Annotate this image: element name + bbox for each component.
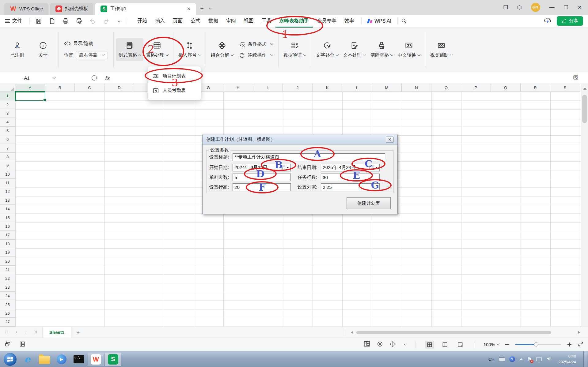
prev-sheet-icon[interactable] (14, 330, 18, 335)
row-header-14[interactable]: 14 (0, 205, 15, 213)
zoom-slider[interactable] (515, 344, 561, 345)
maximize-button[interactable]: ❐ (564, 4, 568, 11)
help-icon[interactable]: ? (509, 356, 515, 362)
redo-icon[interactable] (103, 18, 109, 24)
horizontal-scroll-thumb[interactable] (356, 331, 551, 334)
text-complete-button[interactable]: 文字补全 (313, 38, 341, 61)
menu-数据[interactable]: 数据 (204, 15, 222, 28)
more-commands-chevron-icon[interactable] (116, 18, 120, 24)
menu-审阅[interactable]: 审阅 (222, 15, 240, 28)
next-sheet-icon[interactable] (24, 330, 28, 335)
row-header-22[interactable]: 22 (0, 274, 15, 283)
scroll-up-icon[interactable] (583, 88, 587, 90)
row-header-10[interactable]: 10 (0, 170, 15, 179)
row-header-9[interactable]: 9 (0, 161, 15, 170)
column-header-A[interactable]: A (15, 84, 45, 92)
fx-icon[interactable]: fx (105, 75, 110, 81)
row-header-3[interactable]: 3 (0, 109, 15, 118)
avatar[interactable]: 杨峰 (531, 3, 540, 12)
network-icon[interactable] (536, 357, 542, 361)
minimize-button[interactable]: — (549, 4, 555, 10)
zoom-out-button[interactable] (505, 344, 509, 345)
search-formula-icon[interactable] (92, 75, 97, 81)
row-header-12[interactable]: 12 (0, 187, 15, 196)
chinese-convert-button[interactable]: 中文转换 (395, 38, 423, 61)
clock[interactable]: 0:40 2025/4/24 (558, 354, 576, 365)
menu-视图[interactable]: 视图 (240, 15, 258, 28)
column-header-K[interactable]: K (313, 84, 342, 92)
tab-list-chevron-icon[interactable] (207, 4, 211, 11)
page-break-view-button[interactable] (440, 341, 450, 349)
clear-space-button[interactable]: 清除空格 (368, 38, 395, 61)
row-header-20[interactable]: 20 (0, 257, 15, 265)
column-header-Q[interactable]: Q (491, 84, 521, 92)
row-header-15[interactable]: 15 (0, 213, 15, 222)
row-header-26[interactable]: 26 (0, 309, 15, 318)
data-validation-button[interactable]: 数据验证 (281, 38, 308, 61)
registered-button[interactable]: 已注册 (4, 38, 30, 61)
row-header-5[interactable]: 5 (0, 127, 15, 135)
row-header-13[interactable]: 13 (0, 196, 15, 205)
volume-icon[interactable] (546, 356, 552, 363)
last-sheet-icon[interactable] (33, 330, 37, 335)
close-window-button[interactable]: ✕ (578, 4, 582, 11)
first-sheet-icon[interactable] (5, 330, 9, 335)
column-header-H[interactable]: H (223, 84, 253, 92)
show-hide-button[interactable]: 显示/隐藏 (64, 40, 108, 47)
file-menu[interactable]: 文件 (5, 15, 26, 27)
visual-assist-button[interactable]: 视觉辅助 (428, 38, 455, 61)
normal-view-button[interactable] (425, 341, 434, 349)
column-header-P[interactable]: P (461, 84, 491, 92)
dialog-titlebar[interactable]: 创建工作计划（甘道图、横道图） ✕ (203, 134, 397, 145)
row-header-25[interactable]: 25 (0, 300, 15, 309)
wps-ai-button[interactable]: WPS AI (365, 15, 394, 27)
zoom-in-button[interactable] (567, 343, 571, 346)
column-header-S[interactable]: S (550, 84, 580, 92)
taskbar-cmd-button[interactable]: C:\_ (70, 353, 87, 366)
export-icon[interactable] (49, 18, 55, 24)
menu-开始[interactable]: 开始 (133, 15, 151, 28)
show-desktop-button[interactable] (583, 351, 587, 367)
vertical-scrollbar[interactable] (581, 84, 588, 327)
conditional-format-button[interactable]: 条件格式 (239, 41, 273, 48)
action-center-flag-icon[interactable]: ⚑✕ (527, 356, 532, 362)
tab-docer-templates[interactable]: ☘ 找稻壳模板 (50, 3, 93, 15)
cloud-upload-icon[interactable] (544, 17, 551, 25)
print-preview-icon[interactable] (76, 18, 82, 24)
column-header-N[interactable]: N (402, 84, 431, 92)
menu-公式[interactable]: 公式 (187, 15, 204, 28)
taskbar-media-player-button[interactable]: ▶ (53, 353, 70, 366)
undo-icon[interactable] (89, 18, 96, 24)
add-sheet-button[interactable]: + (71, 329, 85, 336)
formula-bar-expand-icon[interactable] (573, 74, 579, 82)
taskbar-wps-sheet-button[interactable]: S (105, 353, 121, 366)
row-header-24[interactable]: 24 (0, 292, 15, 300)
about-button[interactable]: 关于 (30, 38, 56, 61)
menu-页面[interactable]: 页面 (169, 15, 187, 28)
share-button[interactable]: 分享 (557, 16, 583, 26)
position-select[interactable]: 靠右停靠 (76, 51, 108, 59)
row-header-19[interactable]: 19 (0, 248, 15, 257)
standard-table-button[interactable]: 制式表格 (116, 38, 143, 61)
scroll-left-icon[interactable] (351, 331, 353, 334)
multi-window-icon[interactable]: ❐ (503, 4, 508, 11)
sheet-tab-sheet1[interactable]: Sheet1 (42, 327, 71, 338)
row-header-7[interactable]: 7 (0, 144, 15, 152)
row-header-27[interactable]: 27 (0, 318, 15, 326)
zoom-level[interactable]: 100% (484, 342, 499, 347)
print-icon[interactable] (62, 18, 69, 24)
workspace-cube-icon[interactable]: ⬡ (517, 4, 522, 11)
vertical-scroll-thumb[interactable] (582, 95, 587, 123)
page-layout-view-button[interactable] (456, 341, 465, 349)
chevron-down-icon[interactable] (404, 343, 407, 346)
eye-protect-icon[interactable] (377, 341, 383, 349)
tab-workbook1[interactable]: S 工作簿1 ✕ (95, 3, 196, 15)
show-hidden-icons-button[interactable] (519, 358, 523, 360)
group-split-button[interactable]: 组合分解 (208, 38, 236, 61)
column-header-L[interactable]: L (342, 84, 372, 92)
taskbar-explorer-button[interactable] (36, 353, 53, 366)
column-header-D[interactable]: D (104, 84, 134, 92)
taskbar-wps-office-button[interactable]: W (88, 353, 104, 366)
macro-icon[interactable] (4, 341, 11, 349)
name-box[interactable]: A1 (0, 72, 79, 84)
